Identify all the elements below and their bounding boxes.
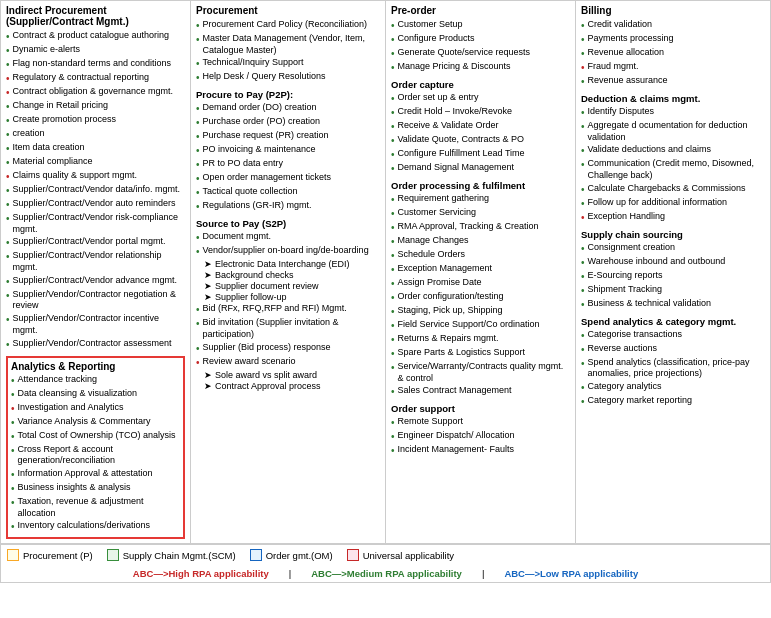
bullet-icon: • xyxy=(581,211,585,224)
legend-box-om xyxy=(250,549,262,561)
bullet-icon: • xyxy=(581,329,585,342)
bullet-icon: • xyxy=(6,156,10,169)
bullet-icon: • xyxy=(581,144,585,157)
list-item: • Data cleansing & visualization xyxy=(11,388,180,401)
bullet-icon: • xyxy=(391,385,395,398)
list-item: • Payments processing xyxy=(581,33,767,46)
col-indirect-procurement: Indirect Procurement (Supplier/Contract … xyxy=(1,1,191,543)
item-text: Background checks xyxy=(215,270,294,280)
list-item: • Supplier/Contract/Vendor portal mgmt. xyxy=(6,236,185,249)
bullet-icon: • xyxy=(11,520,15,533)
item-text: Configure Fulfillment Lead Time xyxy=(398,148,525,160)
bullet-icon: • xyxy=(11,416,15,429)
list-item: • Spare Parts & Logistics Support xyxy=(391,347,570,360)
footer-high-rpa: ABC—>High RPA applicability xyxy=(133,568,269,579)
list-item: • Dynamic e-alerts xyxy=(6,44,185,57)
bullet-icon: • xyxy=(6,184,10,197)
bullet-icon: • xyxy=(391,347,395,360)
item-text: Sole award vs split award xyxy=(215,370,317,380)
bullet-icon: • xyxy=(581,298,585,311)
bullet-icon: • xyxy=(6,44,10,57)
list-item: • Supplier/Vendor/Contractor negotiation… xyxy=(6,289,185,312)
bullet-icon: • xyxy=(6,86,10,99)
bullet-icon: • xyxy=(196,130,200,143)
item-text: Field Service Support/Co ordination xyxy=(398,319,540,331)
item-text: Change in Retail pricing xyxy=(13,100,109,112)
list-item: ➤ Supplier document review xyxy=(204,281,380,291)
list-item: • Change in Retail pricing xyxy=(6,100,185,113)
item-text: Supplier/Contract/Vendor data/info. mgmt… xyxy=(13,184,181,196)
item-text: E-Sourcing reports xyxy=(588,270,663,282)
footer-low-rpa: ABC—>Low RPA applicability xyxy=(504,568,638,579)
columns-row: Indirect Procurement (Supplier/Contract … xyxy=(0,0,771,544)
list-item: • Receive & Validate Order xyxy=(391,120,570,133)
list-item: • Communication (Credit memo, Disowned, … xyxy=(581,158,767,181)
item-text: Payments processing xyxy=(588,33,674,45)
footer-separator1: | xyxy=(289,568,291,579)
item-text: Calculate Chargebacks & Commissions xyxy=(588,183,746,195)
bullet-icon: • xyxy=(391,19,395,32)
list-item: • Tactical quote collection xyxy=(196,186,380,199)
list-item: • Master Data Management (Vendor, Item, … xyxy=(196,33,380,56)
bullet-icon: • xyxy=(6,114,10,127)
list-item: • Demand order (DO) creation xyxy=(196,102,380,115)
item-text: Supplier/Vendor/Contractor incentive mgm… xyxy=(13,313,185,336)
bullet-icon: • xyxy=(391,106,395,119)
list-item: • Validate Quote, Contracts & PO xyxy=(391,134,570,147)
item-text: Incident Management- Faults xyxy=(398,444,515,456)
list-item: • Supplier/Contract/Vendor advance mgmt. xyxy=(6,275,185,288)
item-text: Spend analytics (classification, price-p… xyxy=(588,357,767,380)
section-header: Source to Pay (S2P) xyxy=(196,218,380,229)
list-item: • Requirement gathering xyxy=(391,193,570,206)
list-item: • Inventory calculations/derivations xyxy=(11,520,180,533)
list-item: • Supplier/Contract/Vendor auto reminder… xyxy=(6,198,185,211)
list-item: • Regulatory & contractual reporting xyxy=(6,72,185,85)
bullet-icon: • xyxy=(391,416,395,429)
item-text: Supplier/Vendor/Contractor assessment xyxy=(13,338,172,350)
bullet-icon: • xyxy=(6,212,10,225)
item-text: Variance Analysis & Commentary xyxy=(18,416,151,428)
bullet-icon: • xyxy=(391,134,395,147)
bullet-icon: • xyxy=(196,356,200,369)
bullet-icon: • xyxy=(196,186,200,199)
list-item: ➤ Electronic Data Interchange (EDI) xyxy=(204,259,380,269)
list-item: • Claims quality & support mgmt. xyxy=(6,170,185,183)
item-text: Warehouse inbound and outbound xyxy=(588,256,726,268)
item-text: Supplier/Contract/Vendor auto reminders xyxy=(13,198,176,210)
item-text: Bid (RFx, RFQ,RFP and RFI) Mgmt. xyxy=(203,303,347,315)
item-text: PO invoicing & maintenance xyxy=(203,144,316,156)
list-item: • Generate Quote/service requests xyxy=(391,47,570,60)
list-item: • Supplier/Contract/Vendor risk-complian… xyxy=(6,212,185,235)
list-item: • Sales Contract Management xyxy=(391,385,570,398)
list-item: • Supplier/Vendor/Contractor incentive m… xyxy=(6,313,185,336)
item-text: Flag non-standard terms and conditions xyxy=(13,58,172,70)
list-item: • Purchase order (PO) creation xyxy=(196,116,380,129)
section-header: Supply chain sourcing xyxy=(581,229,767,240)
item-text: Manage Changes xyxy=(398,235,469,247)
bullet-icon: • xyxy=(6,338,10,351)
item-text: Reverse auctions xyxy=(588,343,658,355)
item-text: RMA Approval, Tracking & Creation xyxy=(398,221,539,233)
bullet-icon: • xyxy=(196,144,200,157)
list-item: • creation xyxy=(6,128,185,141)
item-text: Supplier/Vendor/Contractor negotiation &… xyxy=(13,289,185,312)
footer-separator2: | xyxy=(482,568,484,579)
arrow-icon: ➤ xyxy=(204,370,212,380)
list-item: • Validate deductions and claims xyxy=(581,144,767,157)
list-item: • Supplier/Vendor/Contractor assessment xyxy=(6,338,185,351)
item-text: Spare Parts & Logistics Support xyxy=(398,347,526,359)
list-item: • Engineer Dispatch/ Allocation xyxy=(391,430,570,443)
section-header: Order support xyxy=(391,403,570,414)
list-item: • Technical/Inquiry Support xyxy=(196,57,380,70)
item-text: Supplier/Contract/Vendor risk-compliance… xyxy=(13,212,185,235)
list-item: • Manage Changes xyxy=(391,235,570,248)
bullet-icon: • xyxy=(196,57,200,70)
bullet-icon: • xyxy=(11,468,15,481)
bullet-icon: • xyxy=(581,357,585,370)
list-item: • Aggregate d ocumentation for deduction… xyxy=(581,120,767,143)
bullet-icon: • xyxy=(581,183,585,196)
list-item: • Category market reporting xyxy=(581,395,767,408)
list-item: • Incident Management- Faults xyxy=(391,444,570,457)
col-billing-supply: Billing • Credit validation • Payments p… xyxy=(576,1,771,543)
bullet-icon: • xyxy=(391,333,395,346)
